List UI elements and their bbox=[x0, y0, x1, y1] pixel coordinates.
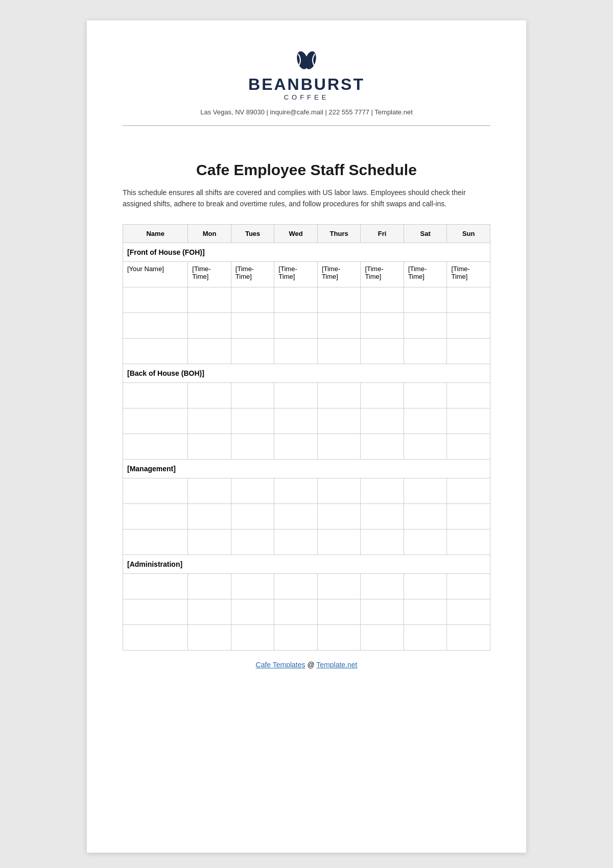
cell-thurs-1 bbox=[317, 599, 361, 624]
cell-tues-0 bbox=[231, 382, 274, 408]
cell-name-2 bbox=[123, 529, 188, 554]
header: BEANBURST COFFEE Las Vegas, NV 89030 | i… bbox=[123, 46, 490, 126]
cell-sat-1 bbox=[404, 503, 447, 529]
cell-mon-0: [Time- Time] bbox=[188, 261, 231, 287]
logo-icon bbox=[291, 46, 322, 74]
cell-name-1 bbox=[123, 408, 188, 433]
cell-tues-1 bbox=[231, 287, 274, 312]
table-row bbox=[123, 529, 490, 554]
cell-mon-2 bbox=[188, 529, 231, 554]
cafe-templates-link[interactable]: Cafe Templates bbox=[256, 661, 305, 669]
table-row bbox=[123, 624, 490, 650]
cell-sat-1 bbox=[404, 287, 447, 312]
cell-mon-2 bbox=[188, 312, 231, 338]
cell-fri-0: [Time- Time] bbox=[361, 261, 404, 287]
cell-tues-1 bbox=[231, 408, 274, 433]
cell-tues-3 bbox=[231, 338, 274, 364]
col-header-mon: Mon bbox=[188, 224, 231, 243]
table-row bbox=[123, 599, 490, 624]
cell-tues-1 bbox=[231, 599, 274, 624]
cell-wed-2 bbox=[274, 312, 318, 338]
cell-mon-1 bbox=[188, 408, 231, 433]
cell-thurs-0 bbox=[317, 382, 361, 408]
table-header-row: Name Mon Tues Wed Thurs Fri Sat Sun bbox=[123, 224, 490, 243]
section-label-1: [Back of House (BOH)] bbox=[123, 364, 490, 382]
cell-fri-2 bbox=[361, 529, 404, 554]
cell-thurs-0 bbox=[317, 573, 361, 599]
cell-name-3 bbox=[123, 338, 188, 364]
schedule-table: Name Mon Tues Wed Thurs Fri Sat Sun [Fro… bbox=[123, 224, 490, 650]
cell-fri-0 bbox=[361, 573, 404, 599]
page-container: BEANBURST COFFEE Las Vegas, NV 89030 | i… bbox=[87, 20, 526, 853]
section-header-1: [Back of House (BOH)] bbox=[123, 364, 490, 382]
col-header-fri: Fri bbox=[361, 224, 404, 243]
cell-sun-1 bbox=[447, 503, 490, 529]
cell-fri-1 bbox=[361, 503, 404, 529]
cell-thurs-1 bbox=[317, 503, 361, 529]
cell-sun-0 bbox=[447, 478, 490, 503]
col-header-thurs: Thurs bbox=[317, 224, 361, 243]
cell-wed-0 bbox=[274, 382, 318, 408]
cell-fri-0 bbox=[361, 382, 404, 408]
cell-wed-2 bbox=[274, 433, 318, 459]
cell-thurs-3 bbox=[317, 338, 361, 364]
cell-sun-1 bbox=[447, 287, 490, 312]
cell-thurs-2 bbox=[317, 312, 361, 338]
cell-name-2 bbox=[123, 624, 188, 650]
document-description: This schedule ensures all shifts are cov… bbox=[123, 187, 490, 210]
cell-sat-0 bbox=[404, 573, 447, 599]
cell-thurs-2 bbox=[317, 433, 361, 459]
cell-fri-0 bbox=[361, 478, 404, 503]
cell-fri-1 bbox=[361, 287, 404, 312]
table-body: [Front of House (FOH)][Your Name][Time- … bbox=[123, 243, 490, 650]
cell-mon-2 bbox=[188, 433, 231, 459]
cell-thurs-1 bbox=[317, 408, 361, 433]
cell-mon-1 bbox=[188, 287, 231, 312]
cell-thurs-2 bbox=[317, 624, 361, 650]
cell-sat-2 bbox=[404, 624, 447, 650]
brand-sub: COFFEE bbox=[284, 93, 329, 101]
cell-mon-0 bbox=[188, 573, 231, 599]
cell-tues-2 bbox=[231, 624, 274, 650]
cell-fri-2 bbox=[361, 312, 404, 338]
col-header-tues: Tues bbox=[231, 224, 274, 243]
col-header-sun: Sun bbox=[447, 224, 490, 243]
at-separator: @ bbox=[305, 661, 317, 669]
section-label-3: [Administration] bbox=[123, 554, 490, 573]
cell-name-0: [Your Name] bbox=[123, 261, 188, 287]
cell-sun-2 bbox=[447, 624, 490, 650]
cell-sun-1 bbox=[447, 408, 490, 433]
cell-fri-1 bbox=[361, 408, 404, 433]
template-net-link[interactable]: Template.net bbox=[316, 661, 357, 669]
cell-name-1 bbox=[123, 503, 188, 529]
table-row bbox=[123, 338, 490, 364]
cell-mon-1 bbox=[188, 503, 231, 529]
cell-tues-2 bbox=[231, 529, 274, 554]
table-row bbox=[123, 433, 490, 459]
cell-sat-0 bbox=[404, 478, 447, 503]
cell-wed-0 bbox=[274, 573, 318, 599]
section-header-2: [Management] bbox=[123, 459, 490, 478]
cell-mon-1 bbox=[188, 599, 231, 624]
cell-sat-0 bbox=[404, 382, 447, 408]
cell-tues-1 bbox=[231, 503, 274, 529]
cell-thurs-2 bbox=[317, 529, 361, 554]
cell-wed-2 bbox=[274, 529, 318, 554]
table-row: [Your Name][Time- Time][Time- Time][Time… bbox=[123, 261, 490, 287]
cell-sun-0 bbox=[447, 382, 490, 408]
cell-thurs-1 bbox=[317, 287, 361, 312]
table-row bbox=[123, 478, 490, 503]
cell-sat-2 bbox=[404, 312, 447, 338]
cell-mon-3 bbox=[188, 338, 231, 364]
cell-thurs-0: [Time- Time] bbox=[317, 261, 361, 287]
cell-fri-3 bbox=[361, 338, 404, 364]
cell-wed-0: [Time- Time] bbox=[274, 261, 318, 287]
cell-sat-0: [Time- Time] bbox=[404, 261, 447, 287]
cell-sat-2 bbox=[404, 529, 447, 554]
col-header-name: Name bbox=[123, 224, 188, 243]
cell-fri-2 bbox=[361, 433, 404, 459]
table-row bbox=[123, 408, 490, 433]
section-label-2: [Management] bbox=[123, 459, 490, 478]
cell-sun-1 bbox=[447, 599, 490, 624]
cell-sat-1 bbox=[404, 599, 447, 624]
